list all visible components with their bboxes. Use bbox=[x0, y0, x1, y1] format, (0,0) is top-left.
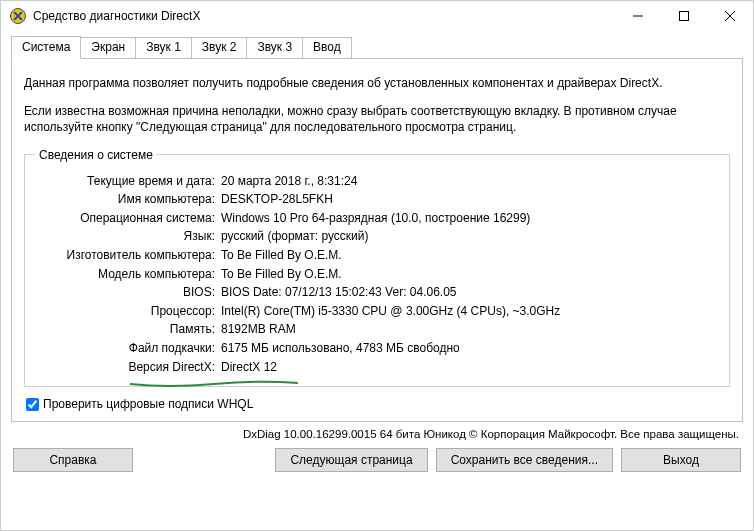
exit-button[interactable]: Выход bbox=[621, 448, 741, 472]
tab-sound1[interactable]: Звук 1 bbox=[135, 37, 192, 60]
tab-panel-system: Данная программа позволяет получить подр… bbox=[11, 58, 743, 422]
info-label: Версия DirectX: bbox=[35, 358, 221, 377]
info-row: Память:8192MB RAM bbox=[35, 320, 719, 339]
save-all-button[interactable]: Сохранить все сведения... bbox=[436, 448, 613, 472]
info-value: 20 марта 2018 г., 8:31:24 bbox=[221, 172, 719, 191]
whql-checkbox-row[interactable]: Проверить цифровые подписи WHQL bbox=[26, 397, 730, 411]
info-value: BIOS Date: 07/12/13 15:02:43 Ver: 04.06.… bbox=[221, 283, 719, 302]
intro-text-2: Если известна возможная причина неполадк… bbox=[24, 103, 730, 135]
info-value: To Be Filled By O.E.M. bbox=[221, 246, 719, 265]
info-value: 8192MB RAM bbox=[221, 320, 719, 339]
whql-checkbox[interactable] bbox=[26, 398, 39, 411]
info-row: Версия DirectX:DirectX 12 bbox=[35, 358, 719, 377]
window-title: Средство диагностики DirectX bbox=[33, 9, 200, 23]
info-row: BIOS:BIOS Date: 07/12/13 15:02:43 Ver: 0… bbox=[35, 283, 719, 302]
info-label: Язык: bbox=[35, 227, 221, 246]
info-label: Операционная система: bbox=[35, 209, 221, 228]
dxdiag-icon bbox=[9, 7, 27, 25]
info-label: Текущие время и дата: bbox=[35, 172, 221, 191]
info-row: Файл подкачки:6175 МБ использовано, 4783… bbox=[35, 339, 719, 358]
tab-sound2[interactable]: Звук 2 bbox=[191, 37, 248, 60]
info-row: Язык:русский (формат: русский) bbox=[35, 227, 719, 246]
copyright-line: DxDiag 10.00.16299.0015 64 бита Юникод ©… bbox=[11, 428, 739, 440]
system-info-legend: Сведения о системе bbox=[35, 148, 157, 162]
tab-input[interactable]: Ввод bbox=[302, 37, 352, 60]
info-label: Процессор: bbox=[35, 302, 221, 321]
button-bar: Справка Следующая страница Сохранить все… bbox=[11, 448, 743, 472]
tab-system[interactable]: Система bbox=[11, 36, 81, 59]
info-row: Операционная система:Windows 10 Pro 64-р… bbox=[35, 209, 719, 228]
info-value: DESKTOP-28L5FKH bbox=[221, 190, 719, 209]
info-value: Intel(R) Core(TM) i5-3330 CPU @ 3.00GHz … bbox=[221, 302, 719, 321]
tab-strip: Система Экран Звук 1 Звук 2 Звук 3 Ввод bbox=[11, 35, 743, 58]
info-row: Текущие время и дата:20 марта 2018 г., 8… bbox=[35, 172, 719, 191]
info-value: DirectX 12 bbox=[221, 358, 719, 377]
titlebar: Средство диагностики DirectX bbox=[1, 1, 753, 31]
info-value: To Be Filled By O.E.M. bbox=[221, 265, 719, 284]
info-value: русский (формат: русский) bbox=[221, 227, 719, 246]
intro-text-1: Данная программа позволяет получить подр… bbox=[24, 75, 730, 91]
svg-rect-4 bbox=[680, 12, 689, 21]
info-row: Имя компьютера:DESKTOP-28L5FKH bbox=[35, 190, 719, 209]
info-label: BIOS: bbox=[35, 283, 221, 302]
system-info-group: Сведения о системе Текущие время и дата:… bbox=[24, 148, 730, 388]
annotation-underline bbox=[129, 380, 299, 390]
info-label: Имя компьютера: bbox=[35, 190, 221, 209]
minimize-button[interactable] bbox=[615, 1, 661, 31]
close-button[interactable] bbox=[707, 1, 753, 31]
next-page-button[interactable]: Следующая страница bbox=[275, 448, 427, 472]
info-row: Процессор:Intel(R) Core(TM) i5-3330 CPU … bbox=[35, 302, 719, 321]
info-value: 6175 МБ использовано, 4783 МБ свободно bbox=[221, 339, 719, 358]
info-label: Модель компьютера: bbox=[35, 265, 221, 284]
info-label: Изготовитель компьютера: bbox=[35, 246, 221, 265]
maximize-button[interactable] bbox=[661, 1, 707, 31]
help-button[interactable]: Справка bbox=[13, 448, 133, 472]
whql-label: Проверить цифровые подписи WHQL bbox=[43, 397, 253, 411]
tab-sound3[interactable]: Звук 3 bbox=[246, 37, 303, 60]
info-value: Windows 10 Pro 64-разрядная (10.0, постр… bbox=[221, 209, 719, 228]
info-row: Модель компьютера:To Be Filled By O.E.M. bbox=[35, 265, 719, 284]
info-row: Изготовитель компьютера:To Be Filled By … bbox=[35, 246, 719, 265]
tab-display[interactable]: Экран bbox=[80, 37, 136, 60]
info-label: Файл подкачки: bbox=[35, 339, 221, 358]
info-label: Память: bbox=[35, 320, 221, 339]
